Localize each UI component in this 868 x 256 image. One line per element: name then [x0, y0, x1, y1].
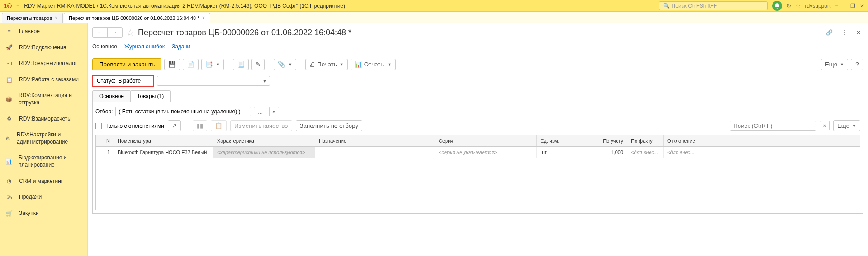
- edit-icon-button[interactable]: ✎: [251, 59, 265, 70]
- filter-ellipsis-button[interactable]: …: [254, 107, 266, 116]
- cell-nomenclature[interactable]: Bluetooth Гарнитура HOCO E37 Белый: [114, 147, 213, 158]
- fill-by-filter-button[interactable]: Заполнить по отбору: [296, 120, 363, 131]
- sidebar-item-shipping[interactable]: 📦RDV:Комплектация и отгрузка: [0, 88, 87, 111]
- cell-unit[interactable]: шт: [537, 147, 591, 158]
- sidebar-item-orders[interactable]: 📋RDV:Работа с заказами: [0, 72, 87, 88]
- filter-label: Отбор:: [95, 108, 113, 115]
- print-button[interactable]: 🖨 Печать▼: [305, 59, 348, 70]
- sidebar-item-payments[interactable]: ♻RDV:Взаиморасчеты: [0, 111, 87, 127]
- sidebar-item-settings[interactable]: ⚙RDV:Настройки и администрирование: [0, 127, 87, 150]
- app-title: RDV Маркет RM-KA-MODEL / 1С:Комплексная …: [24, 3, 659, 9]
- col-purpose[interactable]: Назначение: [315, 135, 435, 146]
- document-title: Пересчет товаров ЦБ-00000026 от 01.06.20…: [138, 28, 820, 37]
- cell-purpose[interactable]: [315, 147, 435, 158]
- cell-accounting[interactable]: 1,000: [591, 147, 627, 158]
- sidebar-item-purchase[interactable]: 🛒Закупки: [0, 205, 87, 222]
- subtab-main[interactable]: Основное: [92, 42, 117, 51]
- logo-1c: 1©: [4, 2, 12, 9]
- share-button[interactable]: ↗: [168, 120, 181, 131]
- tab-label: Пересчеты товаров: [7, 15, 52, 21]
- tab-list[interactable]: Пересчеты товаров ×: [2, 13, 63, 23]
- sidebar: ≡Главное 🚀RDV:Подключения 🏷RDV:Товарный …: [0, 23, 88, 256]
- cell-series[interactable]: <серия не указывается>: [435, 147, 537, 158]
- create-based-button[interactable]: 📑▼: [201, 59, 224, 70]
- sidebar-item-crm[interactable]: ◔CRM и маркетинг: [0, 173, 87, 190]
- col-n[interactable]: N: [96, 135, 114, 146]
- col-characteristic[interactable]: Характеристика: [213, 135, 315, 146]
- link-icon[interactable]: 🔗: [823, 28, 835, 37]
- home-icon: ≡: [5, 28, 13, 35]
- search-clear-button[interactable]: ×: [820, 121, 830, 130]
- sidebar-item-main[interactable]: ≡Главное: [0, 23, 87, 40]
- chevron-down-icon[interactable]: ▾: [261, 78, 268, 84]
- menu-icon[interactable]: ⋮: [839, 28, 850, 37]
- chart-icon: 📊: [5, 158, 12, 165]
- hamburger-icon[interactable]: ≡: [16, 3, 19, 9]
- inner-tabs: Основное Товары (1): [92, 90, 863, 102]
- table-row[interactable]: 1 Bluetooth Гарнитура HOCO E37 Белый <ха…: [96, 147, 860, 158]
- status-combo[interactable]: ▾: [157, 76, 270, 86]
- table-header: N Номенклатура Характеристика Назначение…: [96, 135, 860, 147]
- col-fact[interactable]: По факту: [627, 135, 664, 146]
- sidebar-item-catalog[interactable]: 🏷RDV:Товарный каталог: [0, 56, 87, 72]
- inner-tab-main[interactable]: Основное: [92, 90, 131, 102]
- tab-document[interactable]: Пересчет товаров ЦБ-00000026 от 01.06.20…: [64, 13, 210, 23]
- tab-close-icon[interactable]: ×: [55, 15, 58, 21]
- reports-button[interactable]: 📊 Отчеты▼: [351, 59, 396, 70]
- cell-deviation[interactable]: <для внес...: [664, 147, 704, 158]
- cell-characteristic[interactable]: <характеристики не используются>: [213, 147, 315, 158]
- inner-tab-goods[interactable]: Товары (1): [130, 90, 171, 102]
- col-nomenclature[interactable]: Номенклатура: [114, 135, 213, 146]
- minimize-icon[interactable]: –: [843, 3, 846, 9]
- history-icon[interactable]: ↻: [787, 3, 791, 9]
- subtab-errors[interactable]: Журнал ошибок: [124, 42, 165, 51]
- filter-input[interactable]: ( Есть остатки (в т.ч. помеченные на уда…: [115, 107, 251, 116]
- cell-fact[interactable]: <для внес...: [627, 147, 664, 158]
- maximize-icon[interactable]: ❐: [850, 3, 855, 9]
- search-icon: 🔍: [663, 3, 670, 9]
- barcode-button[interactable]: ▮▮: [193, 120, 207, 131]
- goods-panel: Отбор: ( Есть остатки (в т.ч. помеченные…: [92, 102, 863, 214]
- only-deviations-checkbox[interactable]: [95, 123, 102, 129]
- more-button[interactable]: Еще▼: [821, 59, 848, 70]
- sidebar-item-connect[interactable]: 🚀RDV:Подключения: [0, 40, 87, 56]
- save-button[interactable]: 💾: [164, 59, 180, 70]
- rocket-icon: 🚀: [5, 44, 13, 51]
- star-icon[interactable]: ☆: [796, 3, 801, 9]
- doc-icon-button[interactable]: 📃: [233, 59, 249, 70]
- attach-button[interactable]: 📎▼: [274, 59, 296, 70]
- refresh-icon: ♻: [5, 116, 13, 122]
- table-more-button[interactable]: Еще▼: [833, 120, 860, 131]
- status-field[interactable]: [118, 78, 150, 84]
- filter-clear-button[interactable]: ×: [269, 107, 279, 116]
- change-quality-button[interactable]: Изменить качество: [230, 120, 292, 131]
- help-button[interactable]: ?: [851, 59, 863, 70]
- sidebar-item-sales[interactable]: 🛍Продажи: [0, 189, 87, 205]
- col-accounting[interactable]: По учету: [591, 135, 627, 146]
- tab-close-icon[interactable]: ×: [202, 15, 205, 21]
- col-unit[interactable]: Ед. изм.: [537, 135, 591, 146]
- bag-icon: 🛍: [5, 194, 13, 200]
- notifications-icon[interactable]: [772, 1, 782, 11]
- post-button[interactable]: 📄: [183, 59, 199, 70]
- col-series[interactable]: Серия: [435, 135, 537, 146]
- close-doc-icon[interactable]: ✕: [854, 28, 863, 37]
- favorite-button[interactable]: ☆: [126, 27, 134, 38]
- back-button[interactable]: ←: [93, 28, 108, 37]
- col-deviation[interactable]: Отклонение: [664, 135, 704, 146]
- copy-button[interactable]: 📋: [211, 120, 227, 131]
- global-search[interactable]: 🔍 Поиск Ctrl+Shift+F: [659, 1, 768, 10]
- subtabs: Основное Журнал ошибок Задачи: [92, 42, 863, 55]
- clipboard-icon: 📋: [5, 77, 13, 83]
- cell-n[interactable]: 1: [96, 147, 114, 158]
- settings-icon[interactable]: ≡: [835, 3, 838, 9]
- post-and-close-button[interactable]: Провести и закрыть: [92, 58, 161, 70]
- close-icon[interactable]: ✕: [860, 3, 864, 9]
- table-search-input[interactable]: [730, 121, 816, 131]
- combo-value: [159, 78, 261, 84]
- sidebar-item-budget[interactable]: 📊Бюджетирование и планирование: [0, 150, 87, 173]
- forward-button[interactable]: →: [108, 28, 122, 37]
- box-icon: 📦: [5, 96, 12, 102]
- user-label[interactable]: rdvsupport: [805, 3, 831, 9]
- subtab-tasks[interactable]: Задачи: [172, 42, 190, 51]
